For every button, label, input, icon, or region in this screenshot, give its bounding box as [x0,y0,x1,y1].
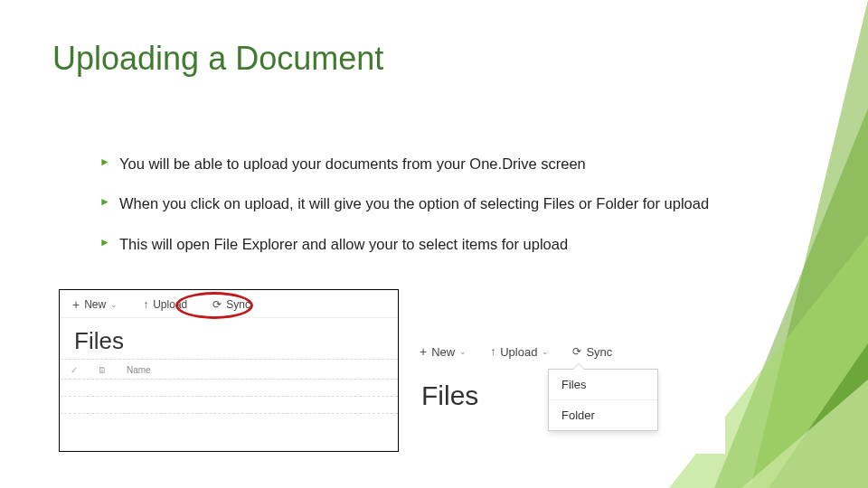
bullet-item: You will be able to upload your document… [119,154,752,174]
upload-dropdown-menu: Files Folder [548,369,658,431]
toolbar: + New ⌄ ↑ Upload ⟳ Sync [60,290,398,318]
column-header-row: ✓ 🗎 Name [60,359,398,380]
svg-marker-0 [750,0,868,488]
chevron-down-icon: ⌄ [459,347,467,356]
dropdown-item-files[interactable]: Files [549,370,657,400]
files-heading: Files [60,318,398,359]
bullet-item: When you click on upload, it will give y… [119,193,752,213]
sync-label: Sync [586,345,612,359]
svg-marker-4 [741,380,868,488]
screenshot-upload-dropdown: + New ⌄ ↑ Upload ⌄ ⟳ Sync Files Files Fo… [407,338,725,454]
name-column: Name [127,365,151,375]
chevron-down-icon: ⌄ [542,347,549,356]
doc-icon: 🗎 [98,365,107,375]
bullet-item: This will open File Explorer and allow y… [119,234,752,254]
screenshot-onedrive-toolbar: + New ⌄ ↑ Upload ⟳ Sync Files ✓ 🗎 Name [59,289,399,452]
upload-icon: ↑ [490,345,495,358]
chevron-down-icon: ⌄ [110,300,118,309]
upload-button[interactable]: ↑ Upload ⌄ [490,345,549,359]
toolbar: + New ⌄ ↑ Upload ⌄ ⟳ Sync [407,338,725,364]
new-button[interactable]: + New ⌄ [420,344,467,359]
check-icon: ✓ [71,365,78,375]
sync-icon: ⟳ [572,345,581,358]
plus-icon: + [420,344,427,359]
bullet-list: You will be able to upload your document… [83,154,752,274]
sync-button[interactable]: ⟳ Sync [572,345,612,359]
upload-label: Upload [153,298,187,311]
upload-icon: ↑ [143,298,148,311]
new-label: New [431,345,455,359]
new-button[interactable]: + New ⌄ [72,297,118,312]
empty-row [60,380,398,397]
plus-icon: + [72,297,80,312]
svg-marker-3 [769,343,868,488]
sync-label: Sync [226,298,250,311]
new-label: New [84,298,106,311]
upload-button[interactable]: ↑ Upload [143,298,187,311]
slide-title: Uploading a Document [52,40,383,78]
upload-label: Upload [500,345,537,359]
sync-button[interactable]: ⟳ Sync [212,298,250,311]
dropdown-item-folder[interactable]: Folder [549,400,657,430]
empty-row [60,397,398,414]
sync-icon: ⟳ [212,298,222,311]
